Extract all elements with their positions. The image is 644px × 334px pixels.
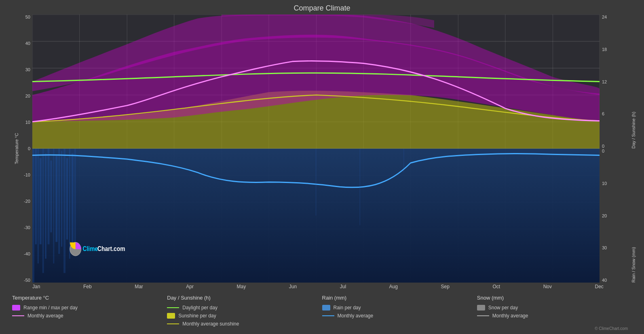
sunshine-avg-line <box>167 323 179 324</box>
legend: Temperature °C Range min / max per day M… <box>8 291 636 330</box>
svg-rect-28 <box>38 149 39 264</box>
x-tick-oct: Oct <box>492 284 500 289</box>
legend-snow-per-day: Snow per day <box>477 305 632 311</box>
svg-rect-42 <box>74 149 76 249</box>
x-tick-jul: Jul <box>340 284 346 289</box>
temp-avg-line <box>12 315 24 316</box>
page-title: Compare Climate <box>8 4 636 13</box>
sunshine-per-day-label: Sunshine per day <box>178 313 216 319</box>
daylight-label: Daylight per day <box>182 305 217 311</box>
svg-rect-34 <box>53 149 54 264</box>
x-tick-apr: Apr <box>186 284 194 289</box>
svg-rect-31 <box>45 153 46 259</box>
x-tick-aug: Aug <box>389 284 398 289</box>
svg-rect-41 <box>72 153 74 245</box>
legend-sunshine-title: Day / Sunshine (h) <box>167 295 322 301</box>
x-tick-dec: Dec <box>595 284 604 289</box>
legend-snow-avg: Monthly average <box>477 313 632 319</box>
svg-rect-29 <box>40 158 42 245</box>
y-axis-left: Temperature °C 50 40 30 20 10 0 -10 -20 … <box>8 15 32 283</box>
y-tick-40: 40 <box>24 41 30 46</box>
x-tick-may: May <box>237 284 246 289</box>
y-tick-n30: -30 <box>24 225 30 230</box>
legend-snow-title: Snow (mm) <box>477 295 632 301</box>
y-axis-right-label-sunshine: Day / Sunshine (h) <box>631 15 636 149</box>
chart-svg: Clime Chart.com <box>32 15 600 283</box>
y-axis-right: 24 18 12 6 0 Day / Sunshine (h) 0 10 20 … <box>600 15 636 283</box>
x-tick-feb: Feb <box>83 284 92 289</box>
x-tick-nov: Nov <box>543 284 552 289</box>
legend-rain-avg: Monthly average <box>322 313 477 319</box>
svg-rect-27 <box>35 149 37 244</box>
legend-temp-avg: Monthly average <box>12 313 167 319</box>
legend-temperature: Temperature °C Range min / max per day M… <box>12 295 167 327</box>
temp-range-label: Range min / max per day <box>23 305 78 311</box>
y-tick-n40: -40 <box>24 251 30 256</box>
svg-rect-30 <box>42 149 44 273</box>
legend-sunshine-avg: Monthly average sunshine <box>167 321 322 327</box>
legend-rain-per-day: Rain per day <box>322 305 477 311</box>
y-tick-20: 20 <box>24 94 30 98</box>
temp-avg-label: Monthly average <box>27 313 63 319</box>
legend-sunshine: Day / Sunshine (h) Daylight per day Suns… <box>167 295 322 327</box>
y-tick-30: 30 <box>24 67 30 72</box>
legend-sunshine-per-day: Sunshine per day <box>167 313 322 319</box>
svg-rect-32 <box>48 149 50 244</box>
svg-text:Clime: Clime <box>82 245 98 252</box>
rain-avg-label: Monthly average <box>338 313 374 319</box>
svg-rect-35 <box>55 156 57 242</box>
temp-range-swatch <box>12 305 20 311</box>
chart-main: Clime Chart.com <box>32 15 600 283</box>
svg-rect-40 <box>69 149 70 259</box>
legend-rain-title: Rain (mm) <box>322 295 477 301</box>
legend-snow: Snow (mm) Snow per day Monthly average ©… <box>477 295 632 327</box>
legend-daylight: Daylight per day <box>167 305 322 311</box>
svg-rect-39 <box>66 158 68 240</box>
snow-avg-line <box>477 315 489 316</box>
y-tick-0: 0 <box>24 146 30 151</box>
rain-per-day-label: Rain per day <box>334 305 361 311</box>
legend-rain: Rain (mm) Rain per day Monthly average <box>322 295 477 327</box>
svg-rect-33 <box>50 161 52 232</box>
x-tick-mar: Mar <box>135 284 143 289</box>
legend-temp-title: Temperature °C <box>12 295 167 301</box>
snow-swatch <box>477 305 485 311</box>
y-axis-right-label-rain: Rain / Snow (mm) <box>631 149 636 283</box>
svg-rect-36 <box>58 149 60 254</box>
x-tick-jan: Jan <box>32 284 40 289</box>
rain-swatch <box>322 305 330 311</box>
y-tick-n10: -10 <box>24 172 30 177</box>
svg-rect-38 <box>63 149 65 273</box>
svg-rect-37 <box>61 151 62 247</box>
y-tick-50: 50 <box>24 15 30 19</box>
daylight-line <box>167 307 179 308</box>
y-axis-left-label: Temperature °C <box>14 133 19 164</box>
y-axis-right-top: 24 18 12 6 0 <box>600 15 636 149</box>
y-tick-n50: -50 <box>24 278 30 283</box>
snow-avg-label: Monthly average <box>492 313 528 319</box>
chart-area: Temperature °C 50 40 30 20 10 0 -10 -20 … <box>8 15 636 283</box>
x-axis: Jan Feb Mar Apr May Jun Jul Aug Sep Oct … <box>32 283 604 289</box>
snow-per-day-label: Snow per day <box>488 305 518 311</box>
legend-temp-range: Range min / max per day <box>12 305 167 311</box>
y-axis-left-ticks: 50 40 30 20 10 0 -10 -20 -30 -40 -50 <box>24 15 32 283</box>
y-tick-10: 10 <box>24 120 30 125</box>
sunshine-swatch <box>167 313 175 319</box>
svg-text:Chart.com: Chart.com <box>97 245 125 252</box>
y-axis-right-bottom: 0 10 20 30 40 <box>600 149 636 283</box>
page-container: Compare Climate Islamabad Islamabad Clim… <box>0 0 644 334</box>
x-tick-sep: Sep <box>441 284 450 289</box>
sunshine-avg-label: Monthly average sunshine <box>182 321 239 327</box>
copyright: © ClimeChart.com <box>595 326 628 331</box>
y-tick-n20: -20 <box>24 199 30 204</box>
svg-rect-26 <box>32 149 34 283</box>
x-tick-jun: Jun <box>289 284 297 289</box>
rain-avg-line <box>322 315 334 316</box>
